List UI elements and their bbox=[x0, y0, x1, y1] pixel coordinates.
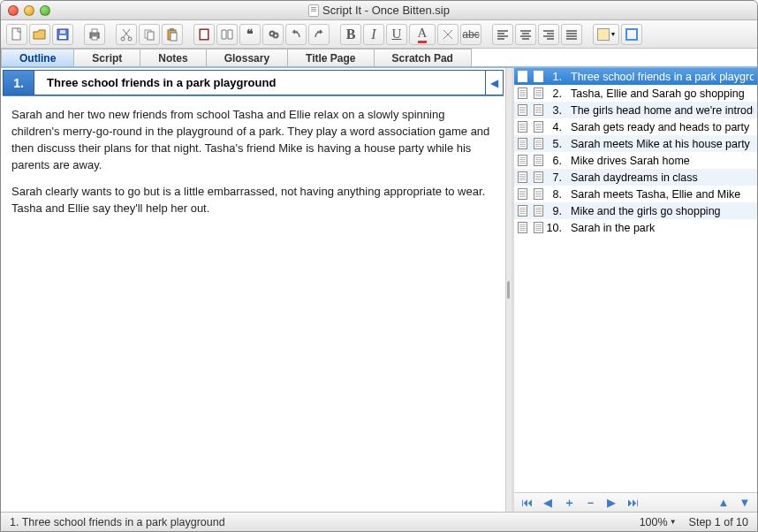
scene-number: 9. bbox=[546, 205, 571, 217]
minimize-window-button[interactable] bbox=[24, 5, 34, 16]
scene-number: 6. bbox=[546, 155, 571, 167]
right-pane: 1.Three school friends in a park playgro… bbox=[512, 68, 757, 512]
scene-title: Sarah meets Mike at his house party bbox=[571, 138, 754, 150]
page-icon bbox=[532, 222, 544, 234]
move-up-button[interactable]: ▲ bbox=[716, 496, 731, 510]
scene-title: Three school friends in a park playgroun… bbox=[571, 71, 754, 83]
print-button[interactable] bbox=[84, 24, 105, 45]
copy-button[interactable] bbox=[139, 24, 160, 45]
scene-row[interactable]: 8.Sarah meets Tasha, Ellie and Mike bbox=[514, 186, 757, 202]
tab-title-page[interactable]: Title Page bbox=[287, 49, 374, 66]
undo-button[interactable] bbox=[285, 24, 307, 45]
scene-number: 10. bbox=[546, 222, 571, 234]
svg-point-17 bbox=[274, 33, 278, 37]
underline-button[interactable]: U bbox=[386, 24, 407, 45]
scene-row[interactable]: 7.Sarah daydreams in class bbox=[514, 169, 757, 186]
dictionary-button[interactable] bbox=[193, 24, 215, 45]
scene-number: 8. bbox=[546, 188, 571, 201]
tab-script[interactable]: Script bbox=[73, 49, 140, 66]
highlight-color-button[interactable]: ▾ bbox=[593, 24, 619, 45]
prev-button[interactable]: ◀ bbox=[541, 496, 555, 510]
tab-outline[interactable]: Outline bbox=[1, 49, 74, 66]
cut-button[interactable] bbox=[116, 24, 137, 45]
scene-row[interactable]: 2.Tasha, Ellie and Sarah go shopping bbox=[514, 85, 757, 102]
find-button[interactable] bbox=[262, 24, 284, 45]
page-icon bbox=[532, 104, 544, 117]
card-paragraph: Sarah and her two new friends from schoo… bbox=[11, 107, 495, 173]
page-icon bbox=[532, 155, 544, 167]
window-title-text: Script It - Once Bitten.sip bbox=[322, 4, 450, 17]
move-down-button[interactable]: ▼ bbox=[738, 496, 752, 510]
scene-row[interactable]: 4.Sarah gets ready and heads to party bbox=[514, 118, 757, 135]
svg-rect-13 bbox=[171, 33, 177, 41]
scene-row[interactable]: 5.Sarah meets Mike at his house party bbox=[514, 135, 757, 152]
scene-title: Sarah meets Tasha, Ellie and Mike bbox=[571, 188, 754, 201]
add-button[interactable]: ＋ bbox=[562, 496, 576, 510]
paste-button[interactable] bbox=[162, 24, 183, 45]
card-number: 1. bbox=[3, 70, 34, 95]
step-text: Step 1 of 10 bbox=[689, 516, 748, 528]
align-justify-button[interactable] bbox=[561, 24, 582, 45]
page-icon bbox=[532, 71, 544, 83]
text-color-button[interactable]: A bbox=[409, 24, 436, 45]
scene-number: 2. bbox=[546, 87, 571, 100]
bold-button[interactable]: B bbox=[340, 24, 361, 45]
redo-button[interactable] bbox=[308, 24, 330, 45]
scene-title: Mike drives Sarah home bbox=[571, 155, 754, 167]
close-window-button[interactable] bbox=[8, 5, 19, 16]
svg-rect-6 bbox=[92, 36, 97, 40]
align-center-button[interactable] bbox=[515, 24, 536, 45]
first-button[interactable]: ⏮ bbox=[519, 496, 534, 510]
svg-rect-3 bbox=[60, 30, 65, 34]
svg-rect-15 bbox=[201, 30, 208, 39]
book-button[interactable] bbox=[216, 24, 238, 45]
scene-title: Mike and the girls go shopping bbox=[571, 205, 754, 217]
scene-number: 4. bbox=[546, 121, 571, 133]
new-button[interactable] bbox=[6, 24, 27, 45]
open-button[interactable] bbox=[29, 24, 50, 45]
zoom-control[interactable]: 100%▼ bbox=[640, 516, 677, 528]
italic-button[interactable]: I bbox=[363, 24, 384, 45]
align-left-button[interactable] bbox=[492, 24, 513, 45]
page-icon bbox=[516, 121, 528, 133]
tab-notes[interactable]: Notes bbox=[140, 49, 206, 66]
page-icon bbox=[516, 205, 528, 217]
page-icon bbox=[516, 222, 528, 234]
card-arrow-button[interactable]: ◀ bbox=[486, 70, 504, 95]
strikethrough-button[interactable]: abc bbox=[460, 24, 481, 45]
scene-number: 5. bbox=[546, 138, 571, 150]
page-icon bbox=[532, 171, 544, 184]
scene-row[interactable]: 9.Mike and the girls go shopping bbox=[514, 202, 757, 219]
align-right-button[interactable] bbox=[538, 24, 559, 45]
splitter-handle[interactable] bbox=[506, 68, 512, 512]
zoom-window-button[interactable] bbox=[40, 5, 50, 16]
quote-button[interactable]: ❝ bbox=[239, 24, 261, 45]
next-button[interactable]: ▶ bbox=[604, 496, 618, 510]
scene-list: 1.Three school friends in a park playgro… bbox=[514, 68, 757, 492]
status-bar: 1. Three school friends in a park playgr… bbox=[1, 512, 757, 531]
save-button[interactable] bbox=[52, 24, 73, 45]
svg-rect-0 bbox=[12, 28, 20, 40]
card-title-input[interactable]: Three school friends in a park playgroun… bbox=[34, 70, 486, 95]
scene-number: 3. bbox=[546, 104, 571, 117]
last-button[interactable]: ⏭ bbox=[625, 496, 640, 510]
page-icon bbox=[532, 205, 544, 217]
remove-button[interactable]: － bbox=[583, 496, 597, 510]
panel-toggle-button[interactable] bbox=[621, 24, 642, 45]
scene-title: Sarah in the park bbox=[571, 222, 754, 234]
page-icon bbox=[516, 71, 528, 83]
left-pane: 1. Three school friends in a park playgr… bbox=[1, 68, 506, 512]
clear-format-button[interactable] bbox=[437, 24, 459, 45]
scene-row[interactable]: 6.Mike drives Sarah home bbox=[514, 152, 757, 169]
scene-row[interactable]: 10.Sarah in the park bbox=[514, 219, 757, 236]
toolbar: ❝ B I U A abc ▾ bbox=[1, 20, 757, 49]
tab-scratch-pad[interactable]: Scratch Pad bbox=[374, 49, 472, 66]
tab-bar: OutlineScriptNotesGlossaryTitle PageScra… bbox=[1, 49, 757, 68]
scene-title: Tasha, Ellie and Sarah go shopping bbox=[571, 87, 754, 100]
tab-glossary[interactable]: Glossary bbox=[206, 49, 288, 66]
scene-row[interactable]: 1.Three school friends in a park playgro… bbox=[514, 68, 757, 85]
card-body-editor[interactable]: Sarah and her two new friends from schoo… bbox=[1, 98, 505, 512]
page-icon bbox=[532, 188, 544, 201]
scene-row[interactable]: 3.The girls head home and we're introduc… bbox=[514, 102, 757, 118]
page-icon bbox=[516, 87, 528, 100]
